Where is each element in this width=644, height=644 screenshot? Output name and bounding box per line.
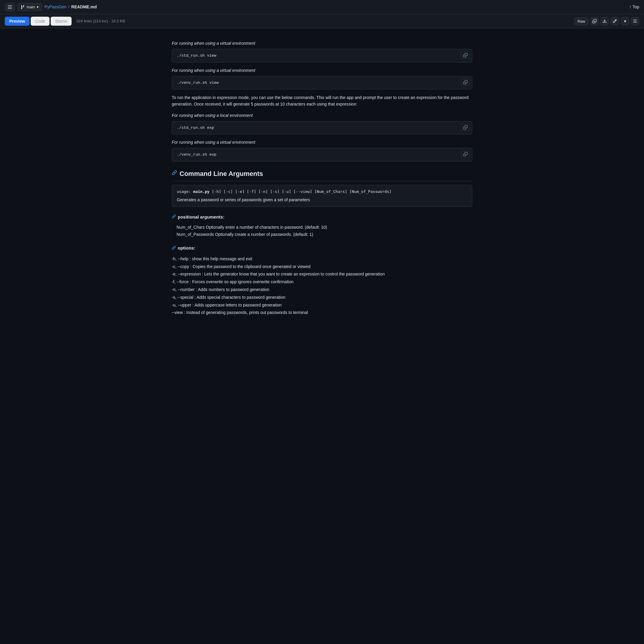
- tab-preview[interactable]: Preview: [5, 17, 30, 26]
- option-item-2: -e, --expression : Lets the generator kn…: [172, 270, 472, 278]
- copy-code-icon-4: [463, 152, 467, 156]
- italic-text-1: For running when using a virtual environ…: [172, 40, 472, 47]
- top-bar-left: main ▾ PyPassGen / README.md: [5, 3, 97, 11]
- breadcrumb-file: README.md: [71, 4, 97, 10]
- breadcrumb-repo-link[interactable]: PyPassGen: [44, 4, 66, 10]
- option-item-0: -h, --help : show this help message and …: [172, 255, 472, 263]
- link-icon: [172, 170, 177, 175]
- copy-code-1-button[interactable]: [461, 52, 470, 59]
- more-options-button[interactable]: [631, 17, 639, 25]
- copy-code-2-button[interactable]: [461, 79, 470, 86]
- anchor-link-icon[interactable]: [172, 170, 177, 178]
- positional-anchor-icon[interactable]: [172, 213, 176, 221]
- branch-dropdown-icon: ▾: [37, 5, 39, 9]
- copy-code-3-button[interactable]: [461, 124, 470, 131]
- branch-name: main: [27, 5, 35, 9]
- options-anchor-icon[interactable]: [172, 244, 176, 252]
- options-list: -h, --help : show this help message and …: [172, 255, 472, 317]
- tab-code[interactable]: Code: [31, 17, 49, 26]
- tab-blame[interactable]: Blame: [51, 17, 72, 26]
- copy-code-icon-3: [463, 125, 467, 129]
- positional-args-block: Num_of_Chars Optionally enter a number o…: [177, 224, 472, 238]
- usage-block: usage: main.py [-h] [-c] [-e] [-f] [-n] …: [172, 185, 472, 207]
- section-heading-command-line: Command Line Arguments: [172, 169, 472, 181]
- code-block-1: ./std_run.sh view: [172, 49, 472, 63]
- option-item-6: -u, --upper : Adds uppercase letters to …: [172, 301, 472, 309]
- positional-heading-text: positional arguments:: [178, 214, 225, 221]
- option-item-5: -s, --special : Adds special characters …: [172, 294, 472, 301]
- italic-text-2: For running when using a virtual environ…: [172, 67, 472, 74]
- sidebar-toggle-button[interactable]: [5, 3, 15, 11]
- paragraph-1: To run the application in expression mod…: [172, 94, 472, 108]
- copy-code-4-button[interactable]: [461, 151, 470, 158]
- options-link-icon: [172, 246, 176, 250]
- copy-icon: [592, 19, 597, 23]
- breadcrumb: PyPassGen / README.md: [44, 4, 97, 10]
- top-bar: main ▾ PyPassGen / README.md Top: [0, 0, 644, 14]
- option-item-1: -c, --copy : Copies the password to the …: [172, 263, 472, 271]
- top-link[interactable]: Top: [629, 4, 639, 10]
- chevron-down-icon: ▾: [624, 19, 626, 24]
- edit-icon: [613, 19, 617, 23]
- file-meta: 324 lines (214 loc) · 18.2 KB: [76, 18, 125, 24]
- code-text-3: ./std_run.sh exp: [177, 126, 214, 130]
- positional-arg-1: Num_of_Chars Optionally enter a number o…: [177, 224, 472, 231]
- branch-selector-button[interactable]: main ▾: [17, 3, 42, 11]
- code-block-2: ./venv_run.sh view: [172, 76, 472, 90]
- options-heading-text: options:: [178, 245, 195, 252]
- positional-heading: positional arguments:: [172, 213, 472, 221]
- tab-bar-right: Raw ▾: [574, 17, 639, 25]
- copy-code-icon-1: [463, 53, 467, 57]
- raw-button[interactable]: Raw: [574, 17, 589, 25]
- code-block-3: ./std_run.sh exp: [172, 121, 472, 135]
- branch-icon: [21, 5, 25, 9]
- copy-code-icon-2: [463, 80, 467, 84]
- code-text-1: ./std_run.sh view: [177, 53, 216, 58]
- edit-button[interactable]: [611, 17, 619, 25]
- download-icon: [603, 19, 607, 23]
- sidebar-icon: [7, 5, 12, 10]
- code-text-2: ./venv_run.sh view: [177, 81, 219, 85]
- option-item-7: --view : Instead of generating passwords…: [172, 309, 472, 317]
- usage-line: usage: main.py [-h] [-c] [-e] [-f] [-n] …: [177, 189, 467, 195]
- usage-main-py: main.py: [193, 189, 210, 194]
- section-heading-text: Command Line Arguments: [179, 169, 263, 179]
- option-item-4: -n, --number : Adds numbers to password …: [172, 286, 472, 294]
- content-area: For running when using a virtual environ…: [167, 28, 477, 326]
- code-text-4: ./venv_run.sh exp: [177, 152, 216, 157]
- code-block-4: ./venv_run.sh exp: [172, 148, 472, 162]
- tab-bar-left: Preview Code Blame 324 lines (214 loc) ·…: [5, 17, 125, 26]
- download-button[interactable]: [600, 17, 609, 25]
- italic-text-4: For running when using a virtual environ…: [172, 139, 472, 145]
- italic-text-3: For running when using a local environme…: [172, 112, 472, 119]
- options-heading: options:: [172, 244, 472, 252]
- positional-arg-2: Num_of_Passwords Optionally create a num…: [177, 231, 472, 238]
- option-item-3: -f, --force : Forces overwrite so app ig…: [172, 278, 472, 286]
- hamburger-icon: [633, 19, 637, 23]
- positional-link-icon: [172, 214, 176, 219]
- usage-description: Generates a password or series of passwo…: [177, 197, 467, 203]
- copy-button[interactable]: [590, 17, 599, 25]
- tab-bar: Preview Code Blame 324 lines (214 loc) ·…: [0, 14, 644, 28]
- edit-dropdown-button[interactable]: ▾: [621, 17, 629, 25]
- breadcrumb-separator: /: [68, 4, 69, 10]
